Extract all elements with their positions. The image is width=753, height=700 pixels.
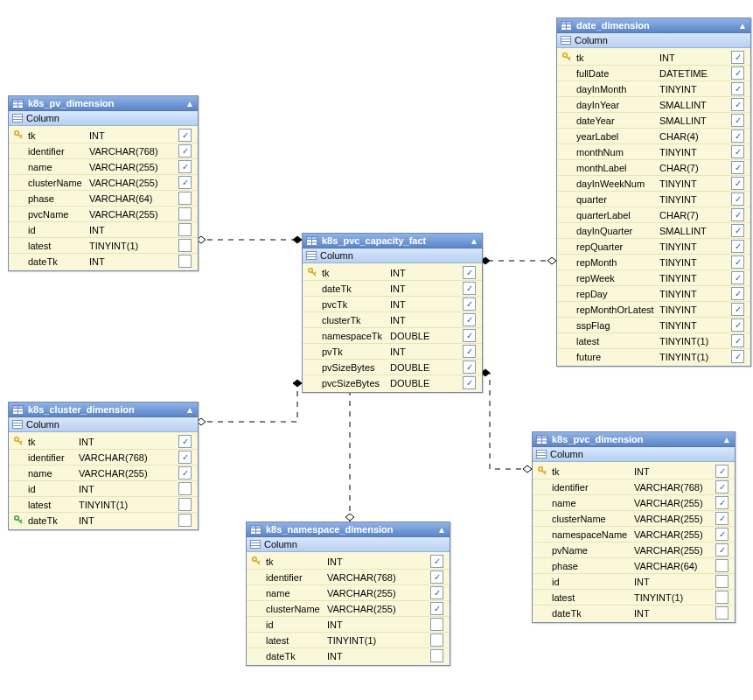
column-row[interactable]: clusterName VARCHAR(255) ✓ xyxy=(533,511,735,527)
nullable-checkbox[interactable]: ✓ xyxy=(178,482,192,495)
nullable-checkbox[interactable]: ✓ xyxy=(430,634,443,647)
nullable-checkbox[interactable]: ✓ xyxy=(430,570,443,584)
nullable-checkbox[interactable]: ✓ xyxy=(731,192,744,206)
column-row[interactable]: tk INT ✓ xyxy=(557,50,750,66)
nullable-checkbox[interactable]: ✓ xyxy=(715,512,729,525)
nullable-checkbox[interactable]: ✓ xyxy=(178,255,192,268)
column-row[interactable]: repMonth TINYINT ✓ xyxy=(557,255,750,270)
column-row[interactable]: phase VARCHAR(64) ✓ xyxy=(533,558,735,574)
nullable-checkbox[interactable]: ✓ xyxy=(731,256,744,269)
column-section-header[interactable]: Column xyxy=(9,111,198,126)
nullable-checkbox[interactable]: ✓ xyxy=(463,266,476,279)
nullable-checkbox[interactable]: ✓ xyxy=(430,602,443,615)
column-row[interactable]: sspFlag TINYINT ✓ xyxy=(557,318,750,333)
column-row[interactable]: latest TINYINT(1) ✓ xyxy=(247,633,450,648)
column-row[interactable]: dayInMonth TINYINT ✓ xyxy=(557,81,750,97)
nullable-checkbox[interactable]: ✓ xyxy=(178,160,192,173)
nullable-checkbox[interactable]: ✓ xyxy=(178,435,192,448)
column-row[interactable]: monthLabel CHAR(7) ✓ xyxy=(557,160,750,176)
nullable-checkbox[interactable]: ✓ xyxy=(178,498,192,511)
column-row[interactable]: quarterLabel CHAR(7) ✓ xyxy=(557,207,750,223)
table-titlebar[interactable]: k8s_namespace_dimension ▲ xyxy=(247,522,450,537)
nullable-checkbox[interactable]: ✓ xyxy=(430,618,443,631)
nullable-checkbox[interactable]: ✓ xyxy=(178,514,192,527)
nullable-checkbox[interactable]: ✓ xyxy=(731,161,744,174)
column-section-header[interactable]: Column xyxy=(557,33,750,48)
nullable-checkbox[interactable]: ✓ xyxy=(731,66,744,80)
column-row[interactable]: clusterName VARCHAR(255) ✓ xyxy=(9,175,198,191)
nullable-checkbox[interactable]: ✓ xyxy=(463,298,476,311)
nullable-checkbox[interactable]: ✓ xyxy=(430,649,443,662)
nullable-checkbox[interactable]: ✓ xyxy=(731,208,744,221)
nullable-checkbox[interactable]: ✓ xyxy=(178,192,192,205)
column-row[interactable]: repWeek TINYINT ✓ xyxy=(557,270,750,286)
column-row[interactable]: dateYear SMALLINT ✓ xyxy=(557,113,750,129)
nullable-checkbox[interactable]: ✓ xyxy=(178,207,192,220)
column-row[interactable]: name VARCHAR(255) ✓ xyxy=(9,159,198,175)
column-row[interactable]: id INT ✓ xyxy=(533,574,735,590)
column-row[interactable]: clusterName VARCHAR(255) ✓ xyxy=(247,601,450,617)
nullable-checkbox[interactable]: ✓ xyxy=(731,271,744,284)
nullable-checkbox[interactable]: ✓ xyxy=(178,239,192,252)
table-titlebar[interactable]: k8s_cluster_dimension ▲ xyxy=(9,402,198,417)
nullable-checkbox[interactable]: ✓ xyxy=(178,451,192,464)
column-row[interactable]: dateTk INT ✓ xyxy=(247,648,450,663)
table-pvc[interactable]: k8s_pvc_dimension ▲ Column tk INT ✓ iden… xyxy=(532,431,736,623)
nullable-checkbox[interactable]: ✓ xyxy=(178,466,192,480)
nullable-checkbox[interactable]: ✓ xyxy=(731,318,744,332)
collapse-icon[interactable]: ▲ xyxy=(437,525,446,535)
column-row[interactable]: tk INT ✓ xyxy=(9,434,198,450)
nullable-checkbox[interactable]: ✓ xyxy=(715,465,729,478)
column-row[interactable]: pvcTk INT ✓ xyxy=(303,297,482,312)
column-row[interactable]: repDay TINYINT ✓ xyxy=(557,286,750,302)
column-row[interactable]: dateTk INT ✓ xyxy=(303,281,482,297)
nullable-checkbox[interactable]: ✓ xyxy=(463,376,476,389)
column-row[interactable]: namespaceTk DOUBLE ✓ xyxy=(303,328,482,344)
collapse-icon[interactable]: ▲ xyxy=(185,405,194,415)
column-row[interactable]: pvcName VARCHAR(255) ✓ xyxy=(9,206,198,222)
column-row[interactable]: dayInWeekNum TINYINT ✓ xyxy=(557,176,750,192)
column-section-header[interactable]: Column xyxy=(9,417,198,432)
column-row[interactable]: pvTk INT ✓ xyxy=(303,344,482,360)
nullable-checkbox[interactable]: ✓ xyxy=(715,528,729,541)
column-row[interactable]: name VARCHAR(255) ✓ xyxy=(247,585,450,601)
nullable-checkbox[interactable]: ✓ xyxy=(715,591,729,604)
table-titlebar[interactable]: k8s_pvc_dimension ▲ xyxy=(533,432,735,447)
nullable-checkbox[interactable]: ✓ xyxy=(715,496,729,509)
nullable-checkbox[interactable]: ✓ xyxy=(715,543,729,556)
column-row[interactable]: latest TINYINT(1) ✓ xyxy=(533,590,735,606)
nullable-checkbox[interactable]: ✓ xyxy=(731,240,744,253)
nullable-checkbox[interactable]: ✓ xyxy=(715,606,729,620)
nullable-checkbox[interactable]: ✓ xyxy=(731,82,744,95)
column-row[interactable]: latest TINYINT(1) ✓ xyxy=(9,238,198,254)
nullable-checkbox[interactable]: ✓ xyxy=(731,177,744,190)
column-row[interactable]: pvcSizeBytes DOUBLE ✓ xyxy=(303,375,482,390)
column-row[interactable]: dayInYear SMALLINT ✓ xyxy=(557,97,750,113)
column-section-header[interactable]: Column xyxy=(303,248,482,263)
column-row[interactable]: latest TINYINT(1) ✓ xyxy=(9,497,198,513)
nullable-checkbox[interactable]: ✓ xyxy=(715,575,729,588)
column-section-header[interactable]: Column xyxy=(247,537,450,552)
nullable-checkbox[interactable]: ✓ xyxy=(731,51,744,64)
nullable-checkbox[interactable]: ✓ xyxy=(430,555,443,568)
column-row[interactable]: tk INT ✓ xyxy=(303,265,482,281)
column-row[interactable]: dayInQuarter SMALLINT ✓ xyxy=(557,223,750,239)
nullable-checkbox[interactable]: ✓ xyxy=(731,114,744,127)
column-section-header[interactable]: Column xyxy=(533,447,735,462)
column-row[interactable]: identifier VARCHAR(768) ✓ xyxy=(9,450,198,466)
column-row[interactable]: id INT ✓ xyxy=(9,481,198,497)
table-titlebar[interactable]: date_dimension ▲ xyxy=(557,18,750,33)
column-row[interactable]: pvSizeBytes DOUBLE ✓ xyxy=(303,360,482,375)
nullable-checkbox[interactable]: ✓ xyxy=(178,144,192,158)
nullable-checkbox[interactable]: ✓ xyxy=(731,287,744,300)
column-row[interactable]: monthNum TINYINT ✓ xyxy=(557,144,750,160)
column-row[interactable]: name VARCHAR(255) ✓ xyxy=(9,466,198,481)
table-fact[interactable]: k8s_pvc_capacity_fact ▲ Column tk INT ✓ … xyxy=(302,233,483,393)
column-row[interactable]: identifier VARCHAR(768) ✓ xyxy=(247,570,450,585)
table-cluster[interactable]: k8s_cluster_dimension ▲ Column tk INT ✓ … xyxy=(8,402,199,530)
collapse-icon[interactable]: ▲ xyxy=(470,236,478,246)
column-row[interactable]: yearLabel CHAR(4) ✓ xyxy=(557,129,750,144)
nullable-checkbox[interactable]: ✓ xyxy=(731,350,744,363)
column-row[interactable]: tk INT ✓ xyxy=(533,464,735,480)
nullable-checkbox[interactable]: ✓ xyxy=(731,303,744,316)
